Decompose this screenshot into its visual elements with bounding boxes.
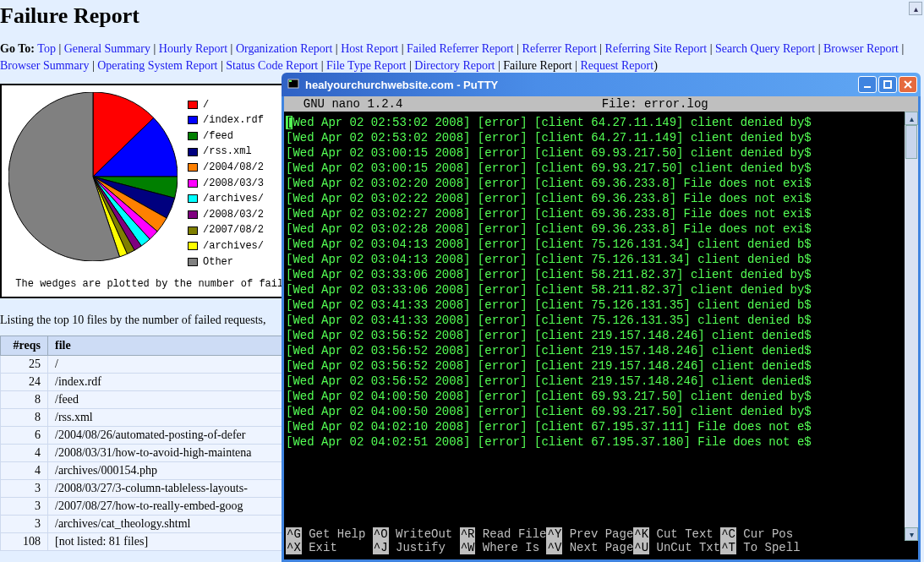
cell-reqs: 108 — [1, 533, 48, 551]
close-button[interactable] — [899, 76, 917, 93]
cell-reqs: 3 — [1, 516, 48, 533]
nano-key[interactable]: ^C — [720, 527, 736, 541]
cell-reqs: 3 — [1, 498, 48, 516]
log-line: [Wed Apr 02 03:56:52 2008] [error] [clie… — [286, 374, 915, 389]
nav-link[interactable]: Organization Report — [236, 42, 332, 55]
legend-label: /2004/08/2 — [203, 160, 264, 176]
nano-key[interactable]: ^K — [633, 527, 649, 541]
legend-item: /archives/ — [188, 238, 264, 254]
titlebar[interactable]: healyourchurchwebsite.com - PuTTY — [282, 73, 921, 96]
log-line: [Wed Apr 02 02:53:02 2008] [error] [clie… — [286, 130, 915, 145]
nano-key[interactable]: ^G — [286, 527, 302, 541]
legend-label: /feed — [203, 128, 233, 145]
legend-item: /2004/08/2 — [188, 160, 264, 176]
nano-footer: ^G Get Help ^O WriteOut ^R Read File^Y P… — [284, 527, 918, 558]
legend-label: /2007/08/2 — [203, 222, 264, 238]
legend-swatch — [188, 101, 198, 109]
cell-reqs: 25 — [1, 356, 48, 374]
log-line: [Wed Apr 02 03:33:06 2008] [error] [clie… — [286, 267, 915, 282]
nano-key-label: To Spell — [736, 541, 807, 554]
log-line: [Wed Apr 02 04:02:10 2008] [error] [clie… — [286, 419, 915, 434]
nav-link[interactable]: Operating System Report — [97, 59, 217, 72]
legend-swatch — [188, 258, 198, 266]
legend-swatch — [188, 179, 198, 188]
log-line: [Wed Apr 02 03:02:28 2008] [error] [clie… — [286, 221, 915, 237]
log-line: [Wed Apr 02 03:00:15 2008] [error] [clie… — [286, 161, 915, 176]
nav-link[interactable]: Host Report — [341, 42, 398, 55]
cell-reqs: 24 — [1, 374, 48, 391]
legend-swatch — [188, 242, 198, 250]
log-line: [Wed Apr 02 04:02:51 2008] [error] [clie… — [286, 434, 915, 450]
legend-swatch — [188, 163, 198, 172]
terminal-scrollbar[interactable]: ▴ ▾ — [905, 112, 918, 541]
maximize-button[interactable] — [878, 76, 897, 93]
nano-key-label: WriteOut — [389, 527, 460, 541]
log-line: [Wed Apr 02 03:41:33 2008] [error] [clie… — [286, 297, 915, 313]
nav-link[interactable]: Browser Summary — [0, 59, 89, 72]
log-line: [Wed Apr 02 04:00:50 2008] [error] [clie… — [286, 389, 915, 404]
scroll-thumb[interactable] — [905, 125, 917, 159]
cell-reqs: 3 — [1, 480, 48, 498]
window-title: healyourchurchwebsite.com - PuTTY — [305, 79, 498, 91]
nano-key-label: UnCut Txt — [649, 541, 720, 554]
page-scroll-up-button[interactable]: ▴ — [909, 2, 922, 15]
nav-link[interactable]: Directory Report — [414, 59, 495, 72]
cell-reqs: 4 — [1, 445, 48, 462]
legend-item: /index.rdf — [188, 112, 264, 128]
legend-swatch — [188, 116, 198, 124]
putty-window[interactable]: healyourchurchwebsite.com - PuTTY GNU na… — [282, 73, 921, 562]
nav-link[interactable]: Search Query Report — [715, 42, 815, 55]
nav-link[interactable]: Browser Report — [823, 42, 899, 55]
nav-link[interactable]: File Type Report — [326, 59, 406, 72]
svg-rect-1 — [289, 80, 292, 82]
nav-link[interactable]: Failed Referrer Report — [407, 42, 514, 55]
nano-key[interactable]: ^R — [460, 527, 476, 541]
nav-link: Failure Report — [503, 59, 571, 72]
nav-link[interactable]: Status Code Report — [226, 59, 318, 72]
legend-swatch — [188, 226, 198, 235]
legend-item: / — [188, 97, 264, 113]
legend-item: /archives/ — [188, 191, 264, 207]
legend-label: Other — [203, 254, 233, 270]
nano-key[interactable]: ^U — [633, 541, 649, 554]
nav-link[interactable]: Top — [37, 42, 56, 55]
legend-label: /index.rdf — [203, 112, 264, 128]
terminal-body[interactable]: [Wed Apr 02 02:53:02 2008] [error] [clie… — [284, 112, 918, 527]
nav-link[interactable]: Request Report — [580, 59, 653, 72]
nano-header: GNU nano 1.2.4 File: error.log — [284, 96, 918, 112]
scroll-up-icon[interactable]: ▴ — [905, 112, 918, 125]
scroll-down-icon[interactable]: ▾ — [905, 527, 918, 541]
terminal[interactable]: GNU nano 1.2.4 File: error.log [Wed Apr … — [282, 96, 921, 562]
nav-link[interactable]: Referring Site Report — [605, 42, 708, 55]
log-line: [Wed Apr 02 03:56:52 2008] [error] [clie… — [286, 358, 915, 374]
minimize-button[interactable] — [858, 76, 877, 93]
nano-key[interactable]: ^O — [373, 527, 389, 541]
nano-key[interactable]: ^Y — [546, 527, 562, 541]
nano-key[interactable]: ^V — [546, 541, 562, 554]
nav-link[interactable]: General Summary — [64, 42, 150, 55]
nav-link[interactable]: Hourly Report — [159, 42, 227, 55]
goto-prefix: Go To: — [0, 42, 37, 55]
nano-key[interactable]: ^T — [720, 541, 736, 554]
log-line: [Wed Apr 02 03:33:06 2008] [error] [clie… — [286, 282, 915, 297]
cell-reqs: 6 — [1, 427, 48, 445]
nano-key-label: Read File — [475, 527, 546, 541]
log-line: [Wed Apr 02 03:41:33 2008] [error] [clie… — [286, 313, 915, 328]
legend-swatch — [188, 132, 198, 140]
nav-link[interactable]: Referrer Report — [522, 42, 597, 55]
nano-key-label: Cut Text — [649, 527, 720, 541]
log-line: [Wed Apr 02 03:02:27 2008] [error] [clie… — [286, 206, 915, 221]
legend-item: /2008/03/2 — [188, 207, 264, 223]
log-line: [Wed Apr 02 02:53:02 2008] [error] [clie… — [286, 115, 915, 130]
nano-key[interactable]: ^J — [373, 541, 389, 554]
nano-key[interactable]: ^W — [460, 541, 476, 554]
col-reqs: #reqs — [1, 336, 48, 356]
log-line: [Wed Apr 02 03:02:22 2008] [error] [clie… — [286, 191, 915, 206]
legend-label: / — [203, 97, 209, 113]
goto-nav: Go To: Top | General Summary | Hourly Re… — [0, 41, 924, 75]
log-line: [Wed Apr 02 03:56:52 2008] [error] [clie… — [286, 328, 915, 343]
log-line: [Wed Apr 02 04:00:50 2008] [error] [clie… — [286, 404, 915, 419]
legend-label: /archives/ — [203, 191, 264, 207]
cell-reqs: 4 — [1, 462, 48, 480]
nano-key[interactable]: ^X — [286, 541, 302, 554]
